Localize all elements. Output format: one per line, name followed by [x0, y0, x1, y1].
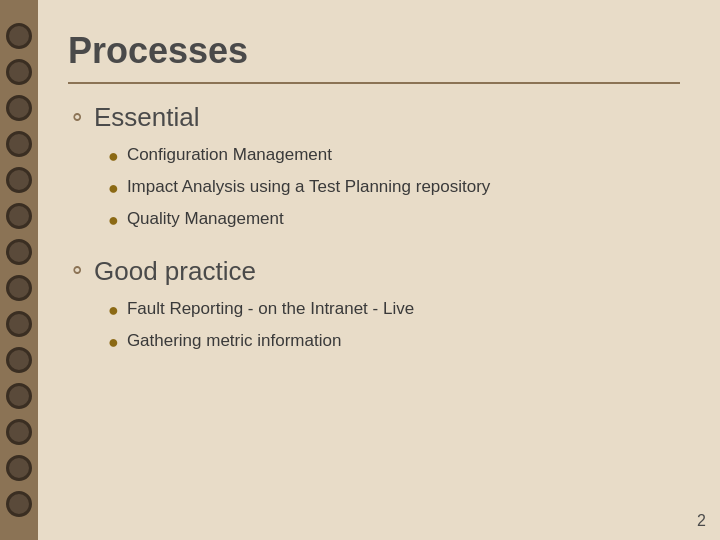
- section-essential-label: Essential: [94, 102, 200, 133]
- list-item: ● Impact Analysis using a Test Planning …: [108, 175, 680, 201]
- spiral-ring: [6, 347, 32, 373]
- content-area: Processes ⚬ Essential ● Configuration Ma…: [38, 0, 720, 540]
- list-item: ● Gathering metric information: [108, 329, 680, 355]
- spiral-ring: [6, 311, 32, 337]
- list-item: ● Fault Reporting - on the Intranet - Li…: [108, 297, 680, 323]
- item-text: Fault Reporting - on the Intranet - Live: [127, 297, 414, 321]
- slide-container: Processes ⚬ Essential ● Configuration Ma…: [0, 0, 720, 540]
- spiral-binding: [0, 0, 38, 540]
- spiral-ring: [6, 203, 32, 229]
- section-goodpractice-label: Good practice: [94, 256, 256, 287]
- bullet-dot: ●: [108, 176, 119, 201]
- spiral-ring: [6, 23, 32, 49]
- spiral-ring: [6, 131, 32, 157]
- section-essential-header: ⚬ Essential: [68, 102, 680, 133]
- spiral-ring: [6, 59, 32, 85]
- spiral-ring: [6, 491, 32, 517]
- spiral-ring: [6, 167, 32, 193]
- bullet-dot: ●: [108, 298, 119, 323]
- item-text: Impact Analysis using a Test Planning re…: [127, 175, 491, 199]
- bullet-dot: ●: [108, 144, 119, 169]
- item-text: Gathering metric information: [127, 329, 341, 353]
- spiral-ring: [6, 419, 32, 445]
- item-text: Quality Management: [127, 207, 284, 231]
- section-essential-bullet: ⚬: [68, 105, 86, 131]
- item-text: Configuration Management: [127, 143, 332, 167]
- list-item: ● Configuration Management: [108, 143, 680, 169]
- bullet-dot: ●: [108, 208, 119, 233]
- spiral-ring: [6, 275, 32, 301]
- section-goodpractice-bullet: ⚬: [68, 258, 86, 284]
- title-divider: [68, 82, 680, 84]
- page-number: 2: [697, 512, 706, 530]
- spiral-ring: [6, 95, 32, 121]
- section-goodpractice-header: ⚬ Good practice: [68, 256, 680, 287]
- essential-list: ● Configuration Management ● Impact Anal…: [68, 143, 680, 240]
- spiral-ring: [6, 455, 32, 481]
- spiral-ring: [6, 239, 32, 265]
- slide-title: Processes: [68, 30, 680, 72]
- bullet-dot: ●: [108, 330, 119, 355]
- goodpractice-list: ● Fault Reporting - on the Intranet - Li…: [68, 297, 680, 361]
- list-item: ● Quality Management: [108, 207, 680, 233]
- spiral-ring: [6, 383, 32, 409]
